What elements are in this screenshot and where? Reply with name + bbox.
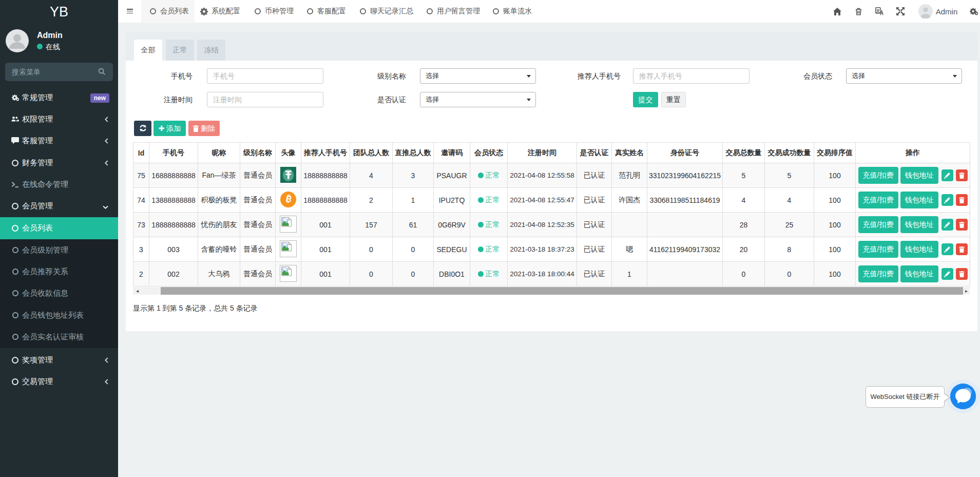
svg-text:文: 文 bbox=[875, 9, 880, 13]
